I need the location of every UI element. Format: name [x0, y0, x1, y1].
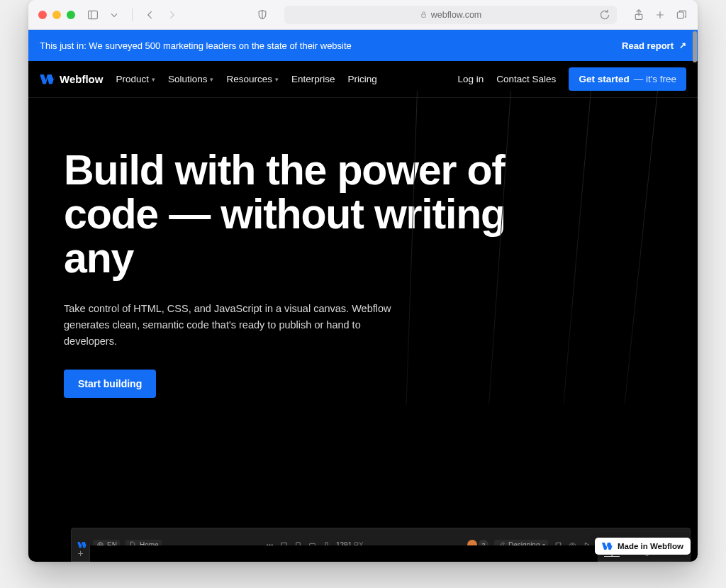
nav-item-label: Enterprise [291, 74, 335, 84]
get-started-button[interactable]: Get started — it's free [569, 67, 686, 91]
chevron-down-icon: ▾ [210, 76, 213, 83]
login-label: Log in [458, 74, 484, 84]
nav-product[interactable]: Product ▾ [116, 74, 155, 84]
made-in-webflow-badge[interactable]: Made in Webflow [595, 538, 691, 555]
chevron-down-icon[interactable] [108, 9, 121, 21]
logo-text: Webflow [60, 73, 103, 85]
nav-item-label: Product [116, 74, 149, 84]
shield-privacy-icon[interactable] [256, 9, 269, 21]
contact-sales-link[interactable]: Contact Sales [496, 74, 556, 84]
address-bar[interactable]: webflow.com [284, 6, 617, 24]
chevron-down-icon: ▾ [152, 76, 155, 83]
banner-cta-label: Read report [622, 40, 674, 51]
nav-enterprise[interactable]: Enterprise [291, 74, 335, 84]
forward-button[interactable] [165, 9, 178, 21]
nav-solutions[interactable]: Solutions ▾ [168, 74, 214, 84]
browser-toolbar: webflow.com [28, 0, 698, 30]
svg-rect-2 [421, 14, 425, 17]
nav-resources[interactable]: Resources ▾ [226, 74, 279, 84]
reload-icon[interactable] [598, 9, 611, 21]
hero-section: Build with the power of code — without w… [28, 98, 698, 398]
banner-text: This just in: We surveyed 500 marketing … [40, 40, 352, 51]
webflow-logo-mark-icon [40, 74, 55, 84]
webflow-logo-mark-icon [602, 543, 613, 550]
designer-left-rail: + [72, 545, 90, 562]
svg-rect-0 [89, 11, 98, 18]
designer-canvas[interactable] [90, 545, 598, 562]
nav-item-label: Resources [226, 74, 272, 84]
chevron-down-icon: ▾ [275, 76, 279, 83]
hero-title: Build with the power of code — without w… [64, 149, 560, 281]
browser-window: webflow.com This just in: We surveyed 50… [28, 0, 698, 562]
window-controls [38, 11, 75, 19]
nav-item-label: Solutions [168, 74, 208, 84]
nav-item-label: Pricing [348, 74, 377, 84]
cta-subtext: — it's free [634, 74, 676, 84]
external-arrow-icon: ↗ [679, 40, 686, 50]
hero-cta-label: Start building [78, 378, 142, 389]
minimize-window-button[interactable] [52, 11, 61, 19]
svg-rect-6 [677, 12, 683, 18]
contact-label: Contact Sales [496, 74, 556, 84]
start-building-button[interactable]: Start building [64, 370, 156, 398]
badge-label: Made in Webflow [618, 542, 683, 550]
scrollbar-thumb[interactable] [693, 31, 697, 62]
banner-cta-link[interactable]: Read report ↗ [622, 40, 686, 51]
page-viewport: This just in: We surveyed 500 marketing … [28, 30, 698, 562]
lock-icon [420, 11, 428, 18]
url-text: webflow.com [431, 10, 482, 20]
maximize-window-button[interactable] [67, 11, 75, 19]
sidebar-toggle-icon[interactable] [86, 9, 99, 21]
back-button[interactable] [144, 9, 157, 21]
hero-subtitle: Take control of HTML, CSS, and JavaScrip… [64, 301, 397, 350]
share-icon[interactable] [632, 9, 645, 21]
webflow-logo[interactable]: Webflow [40, 73, 103, 85]
add-element-button[interactable]: + [77, 548, 83, 558]
new-tab-icon[interactable] [654, 9, 666, 21]
nav-pricing[interactable]: Pricing [348, 74, 377, 84]
announcement-banner: This just in: We surveyed 500 marketing … [28, 30, 698, 61]
login-link[interactable]: Log in [458, 74, 484, 84]
main-nav: Webflow Product ▾ Solutions ▾ Resources … [28, 61, 698, 98]
tabs-overview-icon[interactable] [675, 9, 688, 21]
close-window-button[interactable] [38, 11, 47, 19]
cta-label: Get started [579, 74, 629, 84]
